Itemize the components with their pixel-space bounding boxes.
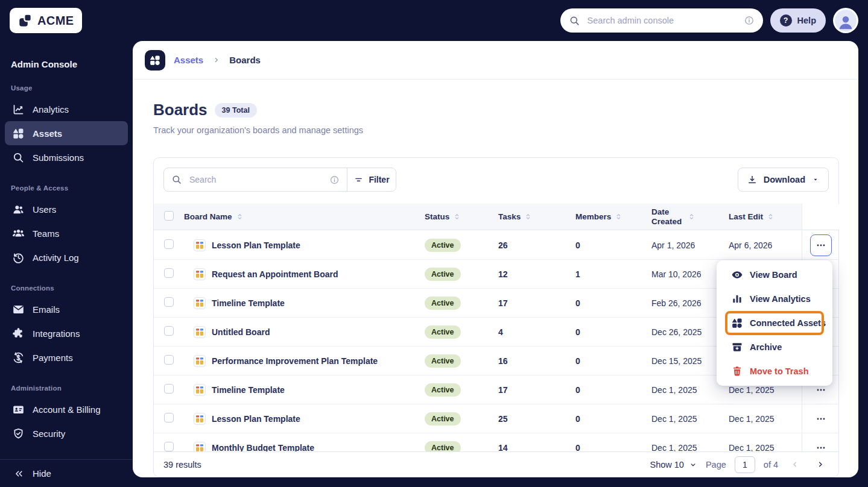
menu-item-label: Archive xyxy=(750,342,782,352)
board-name-link[interactable]: Lesson Plan Template xyxy=(212,240,300,250)
menu-item-move-to-trash[interactable]: Move to Trash xyxy=(717,359,832,383)
status-badge: Active xyxy=(425,297,461,310)
sidebar-item-integrations[interactable]: Integrations xyxy=(5,321,128,345)
show-label: Show 10 xyxy=(650,460,684,470)
table-search-input[interactable] xyxy=(188,174,323,185)
sidebar-hide-button[interactable]: Hide xyxy=(0,459,133,487)
date-created: Dec 1, 2025 xyxy=(651,385,729,395)
board-icon xyxy=(194,355,206,367)
row-checkbox[interactable] xyxy=(164,413,174,423)
admin-search-input[interactable] xyxy=(586,15,738,26)
sidebar-item-assets[interactable]: Assets xyxy=(5,121,128,145)
sort-icon[interactable] xyxy=(236,213,244,221)
table-footer: 39 results Show 10 Page of 4 xyxy=(154,451,838,477)
sidebar-item-submissions[interactable]: Submissions xyxy=(5,145,128,169)
page-label: Page xyxy=(706,460,726,470)
acme-logo[interactable]: ACME xyxy=(10,8,82,33)
select-all-checkbox[interactable] xyxy=(164,211,174,221)
admin-search[interactable] xyxy=(560,8,763,33)
sidebar-section-label: Connections xyxy=(0,269,133,297)
tasks-count: 25 xyxy=(498,414,575,424)
page-number-input[interactable] xyxy=(735,456,755,473)
page-title: Boards xyxy=(153,101,207,119)
tasks-count: 26 xyxy=(498,240,575,250)
column-label: Board Name xyxy=(184,212,232,221)
sort-icon[interactable] xyxy=(688,213,695,221)
column-header-board-name: Board Name xyxy=(184,212,425,221)
sidebar-item-users[interactable]: Users xyxy=(5,197,128,221)
filter-button[interactable]: Filter xyxy=(347,168,396,191)
menu-item-label: View Analytics xyxy=(750,294,811,304)
board-name-link[interactable]: Untitled Board xyxy=(212,327,270,337)
acme-logo-icon xyxy=(17,13,33,28)
tasks-count: 4 xyxy=(498,327,575,337)
sidebar-section: Usage Analytics Assets Submissions xyxy=(0,69,133,169)
caret-down-icon xyxy=(811,175,820,184)
row-checkbox[interactable] xyxy=(164,268,174,278)
sort-icon[interactable] xyxy=(524,213,532,221)
members-count: 0 xyxy=(575,240,651,250)
members-count: 0 xyxy=(575,385,651,395)
total-count-badge: 39 Total xyxy=(215,103,257,118)
column-header-date-created: Date Created xyxy=(651,207,729,226)
sidebar-item-security[interactable]: Security xyxy=(5,421,128,445)
previous-page-button[interactable] xyxy=(787,456,803,473)
show-per-page-select[interactable]: Show 10 xyxy=(650,460,697,470)
breadcrumb-assets-link[interactable]: Assets xyxy=(174,55,203,65)
date-created: Dec 1, 2025 xyxy=(651,414,729,424)
row-checkbox[interactable] xyxy=(164,442,174,451)
row-actions-button[interactable] xyxy=(810,408,832,430)
sidebar-item-activity-log[interactable]: Activity Log xyxy=(5,245,128,269)
row-actions-button[interactable] xyxy=(810,234,832,256)
row-checkbox[interactable] xyxy=(164,297,174,307)
date-created: Apr 1, 2026 xyxy=(651,240,729,250)
menu-item-view-analytics[interactable]: View Analytics xyxy=(717,287,832,311)
sort-icon[interactable] xyxy=(453,213,461,221)
download-button[interactable]: Download xyxy=(738,168,829,192)
row-checkbox[interactable] xyxy=(164,239,174,249)
menu-item-archive[interactable]: Archive xyxy=(717,335,832,359)
avatar[interactable] xyxy=(833,8,858,33)
board-name-link[interactable]: Performance Improvement Plan Template xyxy=(212,356,378,366)
users-icon xyxy=(12,203,25,216)
sidebar-item-emails[interactable]: Emails xyxy=(5,297,128,321)
ellipsis-icon xyxy=(815,413,827,425)
analytics-icon xyxy=(12,103,25,116)
sort-icon[interactable] xyxy=(767,213,775,221)
column-header-tasks: Tasks xyxy=(498,212,575,221)
sidebar-section-label: People & Access xyxy=(0,169,133,197)
puzzle-icon xyxy=(12,327,25,340)
filter-icon xyxy=(353,175,364,185)
sidebar-item-account-billing[interactable]: Account & Billing xyxy=(5,397,128,421)
members-count: 1 xyxy=(575,269,651,279)
sidebar-item-label: Integrations xyxy=(33,328,80,339)
sidebar-section: Connections Emails Integrations Payments xyxy=(0,269,133,369)
ellipsis-icon xyxy=(815,239,827,251)
row-checkbox[interactable] xyxy=(164,384,174,394)
menu-item-view-board[interactable]: View Board xyxy=(717,263,832,287)
info-icon[interactable] xyxy=(744,15,755,26)
next-page-button[interactable] xyxy=(812,456,829,473)
help-button[interactable]: ? Help xyxy=(770,8,826,33)
sort-icon[interactable] xyxy=(615,213,622,221)
table-search[interactable] xyxy=(164,168,347,191)
chevron-right-icon xyxy=(212,55,221,64)
info-icon[interactable] xyxy=(329,175,340,185)
sidebar-item-analytics[interactable]: Analytics xyxy=(5,97,128,121)
actions-column-header xyxy=(802,204,840,230)
menu-item-connected-assets[interactable]: Connected Assets xyxy=(717,311,832,335)
row-checkbox[interactable] xyxy=(164,326,174,336)
members-count: 0 xyxy=(575,298,651,308)
board-name-link[interactable]: Request an Appointment Board xyxy=(212,269,338,279)
menu-item-label: Connected Assets xyxy=(750,318,826,328)
sidebar-item-payments[interactable]: Payments xyxy=(5,345,128,369)
board-name-link[interactable]: Timeline Template xyxy=(212,298,285,308)
idcard-icon xyxy=(12,403,25,416)
row-checkbox[interactable] xyxy=(164,355,174,365)
status-badge: Active xyxy=(425,325,461,339)
sidebar-item-teams[interactable]: Teams xyxy=(5,221,128,245)
eye-icon xyxy=(731,269,743,281)
sidebar-section-label: Usage xyxy=(0,69,133,97)
board-name-link[interactable]: Lesson Plan Template xyxy=(212,414,300,424)
board-name-link[interactable]: Timeline Template xyxy=(212,385,285,395)
